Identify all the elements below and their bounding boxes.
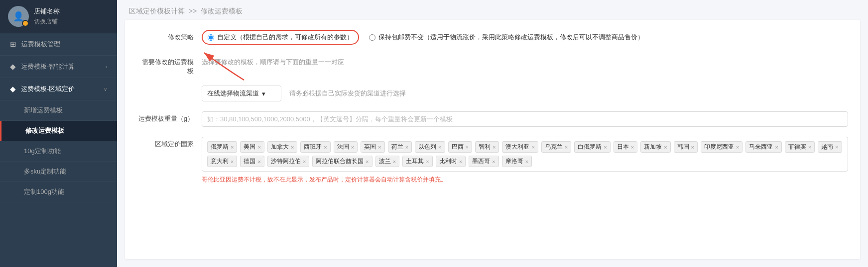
remove-country-icon[interactable]: × — [257, 159, 260, 165]
sidebar: 👤 店铺名称 切换店铺 ⊞ 运费模板管理 ◆ 运费模板-智能计算 › — [0, 0, 117, 267]
sidebar-item-label: 运费模板管理 — [21, 40, 60, 49]
sidebar-item-label: 运费模板-区域定价 — [21, 85, 75, 93]
remove-country-icon[interactable]: × — [631, 144, 634, 150]
sidebar-item-custom-sku[interactable]: 多sku定制功能 — [0, 162, 117, 182]
remove-country-icon[interactable]: × — [393, 159, 396, 165]
chevron-right-icon: › — [106, 64, 107, 70]
switch-store-button[interactable]: 切换店铺 — [34, 17, 60, 26]
sidebar-item-custom-10g[interactable]: 10g定制功能 — [0, 141, 117, 162]
remove-country-icon[interactable]: × — [808, 144, 811, 150]
country-tag: 西班牙× — [300, 141, 330, 153]
breadcrumb-parent: 区域定价模板计算 — [129, 7, 185, 15]
sidebar-item-freight-region[interactable]: ◆ 运费模板-区域定价 ∨ — [0, 78, 117, 100]
country-tag: 以色列× — [415, 141, 445, 153]
country-tag: 荷兰× — [388, 141, 412, 153]
remove-country-icon[interactable]: × — [438, 144, 441, 150]
remove-country-icon[interactable]: × — [366, 159, 369, 165]
remove-country-icon[interactable]: × — [736, 144, 739, 150]
sidebar-item-label: 运费模板-智能计算 — [21, 62, 75, 71]
remove-country-icon[interactable]: × — [604, 144, 607, 150]
logistics-row: 在线选择物流渠道 ▾ 请务必根据自己实际发货的渠道进行选择 — [137, 86, 848, 101]
avatar: 👤 — [8, 6, 29, 27]
chevron-down-icon: ∨ — [104, 87, 107, 92]
remove-country-icon[interactable]: × — [531, 144, 534, 150]
remove-country-icon[interactable]: × — [525, 159, 528, 165]
policy-control: 自定义（根据自己的需求，可修改所有的参数） 保持包邮费不变（适用于物流涨价，采用… — [202, 30, 848, 45]
template-label: 需要修改的运费模板 — [137, 55, 202, 76]
policy-row: 修改策略 自定义（根据自己的需求，可修改所有的参数） 保持包邮费不变（适用于物流… — [137, 30, 848, 45]
countries-control: 俄罗斯×美国×加拿大×西班牙×法国×英国×荷兰×以色列×巴西×智利×澳大利亚×乌… — [202, 137, 848, 184]
remove-country-icon[interactable]: × — [492, 159, 495, 165]
main-content: 区域定价模板计算 >> 修改运费模板 修改策略 自定义（根据自己的需求，可修改所… — [117, 0, 868, 267]
weight-control — [202, 111, 848, 127]
country-tag: 乌克兰× — [541, 141, 571, 153]
country-tag: 英国× — [361, 141, 384, 153]
country-tags-container: 俄罗斯×美国×加拿大×西班牙×法国×英国×荷兰×以色列×巴西×智利×澳大利亚×乌… — [202, 137, 848, 172]
weight-label: 运费模板重量（g） — [137, 111, 202, 123]
country-tag: 越南× — [818, 141, 842, 153]
sidebar-item-add-freight[interactable]: 新增运费模板 — [0, 100, 117, 121]
remove-country-icon[interactable]: × — [691, 144, 694, 150]
country-tag: 土耳其× — [402, 156, 432, 167]
country-tag: 德国× — [240, 156, 264, 167]
country-tag: 法国× — [334, 141, 358, 153]
country-tag: 阿拉伯联合酋长国× — [312, 156, 372, 167]
template-row: 需要修改的运费模板 选择要修改的模板，顺序请与下面的重量一一对应 — [137, 55, 848, 76]
sidebar-header: 👤 店铺名称 切换店铺 — [0, 0, 117, 33]
remove-country-icon[interactable]: × — [775, 144, 778, 150]
policy-label: 修改策略 — [137, 30, 202, 42]
breadcrumb-separator: >> — [187, 7, 199, 15]
policy-option-custom[interactable]: 自定义（根据自己的需求，可修改所有的参数） — [202, 30, 359, 45]
remove-country-icon[interactable]: × — [466, 144, 469, 150]
remove-country-icon[interactable]: × — [664, 144, 667, 150]
country-tag: 澳大利亚× — [502, 141, 538, 153]
remove-country-icon[interactable]: × — [493, 144, 496, 150]
sidebar-item-edit-freight[interactable]: 修改运费模板 — [0, 121, 117, 141]
remove-country-icon[interactable]: × — [835, 144, 838, 150]
country-tag: 美国× — [240, 141, 264, 153]
logistics-hint: 请务必根据自己实际发货的渠道进行选择 — [289, 86, 406, 101]
remove-country-icon[interactable]: × — [291, 144, 294, 150]
countries-row: 区域定价国家 俄罗斯×美国×加拿大×西班牙×法国×英国×荷兰×以色列×巴西×智利… — [137, 137, 848, 184]
diamond-icon-2: ◆ — [10, 85, 16, 93]
policy-option-custom-label: 自定义（根据自己的需求，可修改所有的参数） — [217, 33, 353, 42]
policy-option-keep-label: 保持包邮费不变（适用于物流涨价，采用此策略修改运费模板，修改后可以不调整商品售价… — [378, 33, 644, 42]
sidebar-item-custom-100g[interactable]: 定制100g功能 — [0, 182, 117, 202]
policy-radio-keep[interactable] — [369, 34, 375, 41]
remove-country-icon[interactable]: × — [405, 144, 408, 150]
country-tag: 马来西亚× — [745, 141, 781, 153]
policy-option-keep[interactable]: 保持包邮费不变（适用于物流涨价，采用此策略修改运费模板，修改后可以不调整商品售价… — [369, 33, 644, 42]
breadcrumb-current: 修改运费模板 — [201, 7, 243, 15]
content-area: 修改策略 自定义（根据自己的需求，可修改所有的参数） 保持包邮费不变（适用于物流… — [125, 20, 860, 259]
template-control: 选择要修改的模板，顺序请与下面的重量一一对应 — [202, 55, 848, 67]
chevron-down-icon: ▾ — [262, 90, 265, 97]
sidebar-item-freight-mgmt[interactable]: ⊞ 运费模板管理 — [0, 33, 117, 56]
sidebar-nav: ⊞ 运费模板管理 ◆ 运费模板-智能计算 › ◆ 运费模板-区域定价 ∨ 新增运… — [0, 33, 117, 267]
remove-country-icon[interactable]: × — [426, 159, 429, 165]
remove-country-icon[interactable]: × — [565, 144, 568, 150]
countries-label: 区域定价国家 — [137, 137, 202, 149]
remove-country-icon[interactable]: × — [459, 159, 462, 165]
remove-country-icon[interactable]: × — [324, 144, 327, 150]
policy-radio-custom[interactable] — [208, 34, 214, 41]
template-hint: 选择要修改的模板，顺序请与下面的重量一一对应 — [202, 55, 848, 67]
logistics-label — [137, 86, 202, 89]
remove-country-icon[interactable]: × — [257, 144, 260, 150]
grid-icon: ⊞ — [10, 40, 16, 49]
weight-input[interactable] — [202, 111, 848, 127]
remove-country-icon[interactable]: × — [231, 159, 234, 165]
remove-country-icon[interactable]: × — [231, 144, 234, 150]
weight-row: 运费模板重量（g） — [137, 111, 848, 127]
country-tag: 加拿大× — [267, 141, 297, 153]
remove-country-icon[interactable]: × — [351, 144, 354, 150]
remove-country-icon[interactable]: × — [303, 159, 306, 165]
country-tag: 沙特阿拉伯× — [267, 156, 309, 167]
diamond-icon-1: ◆ — [10, 62, 16, 71]
remove-country-icon[interactable]: × — [378, 144, 381, 150]
notice-text: 哥伦比亚因运费不计税，故不在此显示，发布产品时，定价计算器会自动计算含税价并填充… — [202, 176, 848, 184]
logistics-dropdown[interactable]: 在线选择物流渠道 ▾ — [202, 86, 281, 101]
country-tag: 智利× — [475, 141, 499, 153]
sidebar-item-freight-smart[interactable]: ◆ 运费模板-智能计算 › — [0, 56, 117, 78]
country-tag: 新加坡× — [640, 141, 670, 153]
country-tag: 日本× — [614, 141, 637, 153]
